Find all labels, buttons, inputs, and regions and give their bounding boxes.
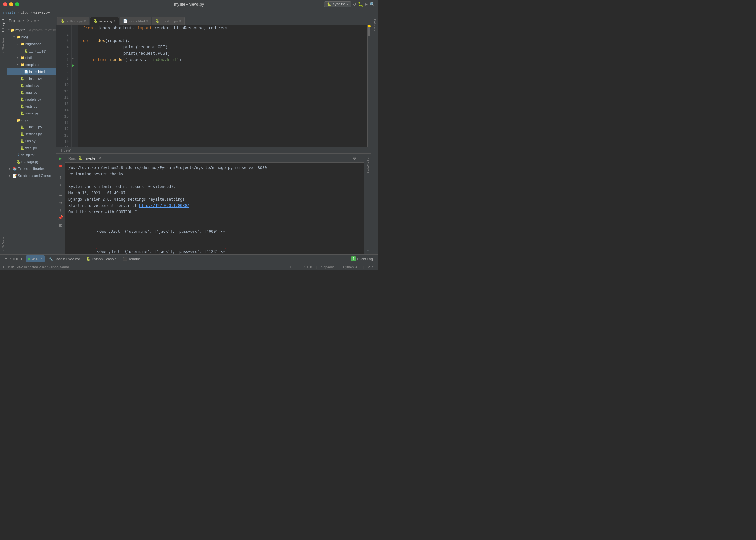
code-line-2 bbox=[83, 32, 367, 38]
code-line-11 bbox=[83, 88, 367, 95]
tree-init-migrations[interactable]: 🐍 __init__.py bbox=[7, 47, 56, 54]
run-minimize-icon[interactable]: − bbox=[359, 156, 361, 161]
tab-project[interactable]: 1: Project bbox=[0, 16, 6, 35]
tree-views[interactable]: 🐍 views.py bbox=[7, 110, 56, 117]
tab-close-icon[interactable]: × bbox=[146, 19, 148, 23]
breadcrumb-mysite[interactable]: mysite bbox=[3, 11, 16, 15]
tab-database[interactable]: Database bbox=[372, 16, 378, 35]
run-icon[interactable]: ▶ bbox=[365, 2, 368, 7]
tab-favorites[interactable]: 2: Favorites bbox=[365, 154, 371, 175]
editor-scrollbar[interactable] bbox=[367, 25, 371, 147]
code-content[interactable]: from django.shortcuts import render, Htt… bbox=[78, 25, 367, 147]
code-line-16 bbox=[83, 120, 367, 126]
code-line-18 bbox=[83, 132, 367, 139]
run-pin-button[interactable]: 📌 bbox=[58, 214, 64, 221]
collapse-icon[interactable]: ⊟ bbox=[31, 19, 33, 23]
run-scroll-down-button[interactable]: ↓ bbox=[58, 182, 64, 188]
run-config-button[interactable]: 🐍 mysite ▾ bbox=[324, 1, 351, 7]
run-config-label: mysite bbox=[333, 3, 345, 6]
run-stop-button[interactable]: ■ bbox=[58, 163, 64, 169]
tree-apps[interactable]: 🐍 apps.py bbox=[7, 89, 56, 96]
run-tab-name[interactable]: mysite bbox=[85, 157, 95, 160]
tree-urls[interactable]: 🐍 urls.py bbox=[7, 138, 56, 144]
tree-settings[interactable]: 🐍 settings.py bbox=[7, 131, 56, 138]
run-line-7: Starting development server at http://12… bbox=[69, 202, 361, 209]
run-line-4: System check identified no issues (0 sil… bbox=[69, 184, 361, 190]
minimize-button[interactable] bbox=[9, 2, 13, 6]
breadcrumb-blog[interactable]: blog bbox=[20, 11, 28, 15]
scrollbar-thumb[interactable] bbox=[368, 27, 371, 36]
close-button[interactable] bbox=[3, 2, 7, 6]
tree-scratches[interactable]: ▸ 📝 Scratches and Consoles bbox=[7, 172, 56, 179]
tree-blog[interactable]: ▾ 📁 blog bbox=[7, 34, 56, 40]
tree-wsgi[interactable]: 🐍 wsgi.py bbox=[7, 144, 56, 151]
code-breadcrumb-footer: index() bbox=[56, 147, 371, 153]
run-line-1: /usr/local/bin/python3.8 /Users/shenhua/… bbox=[69, 165, 361, 171]
run-line-6: Django version 2.0, using settings 'mysi… bbox=[69, 196, 361, 202]
tree-models[interactable]: 🐍 models.py bbox=[7, 96, 56, 103]
run-settings-gear-icon[interactable]: ⚙ bbox=[353, 156, 356, 161]
tab-close-icon[interactable]: × bbox=[114, 19, 116, 23]
rerun-icon[interactable]: ↺ bbox=[353, 2, 356, 7]
tree-tests[interactable]: 🐍 tests.py bbox=[7, 103, 56, 110]
tree-templates[interactable]: ▾ 📁 templates bbox=[7, 61, 56, 68]
tree-root-mysite[interactable]: ▾ 📁 mysite ~/PycharmProjects/my bbox=[7, 27, 56, 34]
run-output-content[interactable]: /usr/local/bin/python3.8 /Users/shenhua/… bbox=[65, 163, 364, 254]
settings-icon[interactable]: ⚙ bbox=[34, 19, 36, 23]
toolbar-event-log[interactable]: 1 Event Log bbox=[349, 255, 376, 262]
minimize-icon[interactable]: − bbox=[37, 19, 40, 23]
toolbar-casbin[interactable]: 🔧 Casbin Executor bbox=[46, 255, 82, 262]
run-wrap-button[interactable]: ⇥ bbox=[58, 200, 64, 205]
tree-static[interactable]: ▸ 📁 static bbox=[7, 54, 56, 61]
run-restart-button[interactable]: ▶ bbox=[58, 155, 64, 162]
search-icon[interactable]: 🔍 bbox=[370, 2, 375, 7]
star-icon[interactable]: ☆ bbox=[367, 248, 369, 254]
function-breadcrumb: index() bbox=[61, 149, 72, 152]
run-scroll-up-button[interactable]: ↑ bbox=[58, 174, 64, 181]
tree-mysite-folder[interactable]: ▾ 📁 mysite bbox=[7, 117, 56, 124]
run-line-11: <QueryDict: {'username': ['jack'], 'pass… bbox=[69, 242, 361, 254]
tab-index-html[interactable]: 📄 index.html × bbox=[120, 17, 151, 25]
tree-label: __init__.py bbox=[29, 49, 46, 53]
status-charset: UTF-8 bbox=[302, 265, 312, 269]
tree-external-libraries[interactable]: ▸ 📚 External Libraries bbox=[7, 165, 56, 172]
tree-mysite-init[interactable]: 🐍 __init__.py bbox=[7, 124, 56, 131]
tab-close-icon[interactable]: × bbox=[179, 19, 181, 23]
tab-sciview[interactable]: 2: SciView bbox=[0, 234, 6, 254]
tree-db[interactable]: 🗄 db.sqlite3 bbox=[7, 151, 56, 158]
todo-icon: ≡ bbox=[5, 257, 7, 261]
tab-structure[interactable]: 7: Structure bbox=[0, 35, 6, 56]
tree-migrations[interactable]: ▸ 📁 migrations bbox=[7, 40, 56, 47]
run-delete-button[interactable]: 🗑 bbox=[58, 222, 64, 228]
debug-icon[interactable]: 🐛 bbox=[358, 2, 363, 7]
toolbar-todo[interactable]: ≡ 6: TODO bbox=[3, 255, 25, 262]
tab-init-py[interactable]: 🐍 __init__.py × bbox=[152, 17, 184, 25]
tree-init-blog[interactable]: 🐍 __init__.py bbox=[7, 75, 56, 82]
tab-settings-py[interactable]: 🐍 settings.py × bbox=[57, 17, 89, 25]
run-line-2: Performing system checks... bbox=[69, 171, 361, 177]
tree-label: templates bbox=[25, 63, 40, 67]
code-line-17 bbox=[83, 126, 367, 132]
tree-label: admin.py bbox=[25, 83, 40, 87]
tree-label: External Libraries bbox=[18, 167, 45, 171]
tree-index-html[interactable]: 📄 index.html bbox=[7, 68, 56, 75]
tab-close-icon[interactable]: × bbox=[84, 19, 86, 23]
run-format-button[interactable]: ≡ bbox=[58, 192, 64, 198]
run-tab-close-icon[interactable]: × bbox=[99, 156, 101, 161]
toolbar-python-console[interactable]: 🐍 Python Console bbox=[83, 255, 119, 262]
maximize-button[interactable] bbox=[15, 2, 19, 6]
tree-manage[interactable]: 🐍 manage.py bbox=[7, 158, 56, 165]
breadcrumb-file[interactable]: views.py bbox=[33, 11, 50, 15]
tab-views-py[interactable]: 🐍 views.py × bbox=[90, 17, 119, 25]
toolbar-run[interactable]: ▶ 4: Run bbox=[26, 255, 45, 262]
run-export-button[interactable]: ↑ bbox=[58, 207, 64, 213]
tree-admin[interactable]: 🐍 admin.py bbox=[7, 82, 56, 89]
toolbar-terminal[interactable]: ⬛ Terminal bbox=[120, 255, 144, 262]
editor-tabs: 🐍 settings.py × 🐍 views.py × 📄 index.htm… bbox=[56, 16, 371, 25]
server-url-link[interactable]: http://127.0.0.1:8080/ bbox=[139, 203, 189, 208]
window-title: mysite – views.py bbox=[174, 2, 204, 7]
sync-icon[interactable]: ⟳ bbox=[27, 19, 29, 23]
arrow-icon: ▸ bbox=[16, 42, 20, 46]
code-editor[interactable]: 12345 678910 1112131415 1617181920 ▶ ⊙ f… bbox=[56, 25, 371, 147]
terminal-icon: ⬛ bbox=[123, 257, 127, 261]
